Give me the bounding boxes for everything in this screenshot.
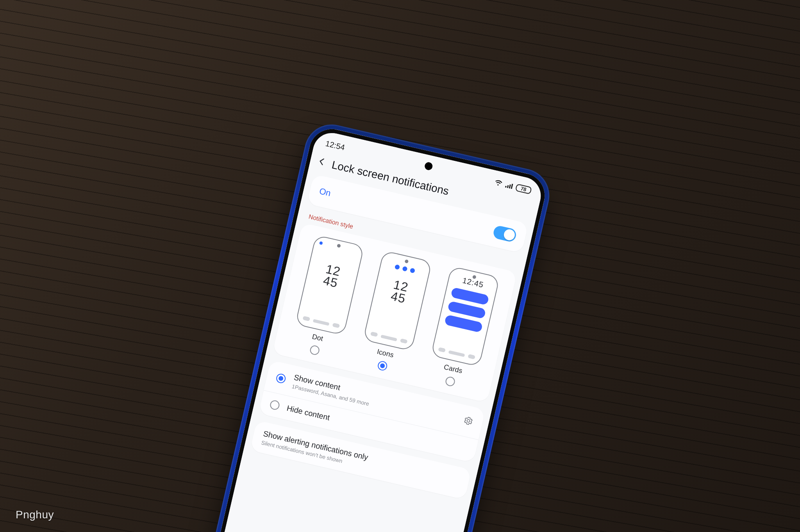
svg-rect-1 — [507, 185, 509, 188]
phone-frame: 12:54 — [195, 119, 555, 532]
cards-indicators — [444, 287, 489, 333]
svg-rect-0 — [505, 186, 507, 188]
svg-rect-3 — [511, 184, 513, 189]
style-option-dot[interactable]: 12 45 Dot — [285, 234, 369, 361]
radio-show-content[interactable] — [275, 373, 287, 384]
icons-indicators — [395, 264, 415, 273]
style-preview-icons: 12 45 — [363, 250, 432, 351]
preview-clock-mm: 45 — [389, 289, 407, 306]
back-chevron-icon[interactable] — [315, 155, 328, 169]
style-preview-dot: 12 45 — [295, 235, 364, 336]
signal-icon — [505, 181, 514, 189]
gear-icon[interactable] — [462, 415, 474, 428]
radio-style-cards[interactable] — [445, 376, 456, 387]
style-option-icons[interactable]: 12 45 Icons — [353, 249, 436, 377]
phone-screen: 12:54 — [205, 129, 545, 532]
style-preview-cards: 12:45 — [430, 266, 500, 367]
radio-hide-content[interactable] — [269, 399, 280, 411]
wifi-icon — [494, 179, 503, 187]
dot-indicator-icon — [319, 241, 323, 245]
photographer-watermark: Pnghuy — [16, 509, 54, 521]
radio-style-icons[interactable] — [377, 360, 388, 372]
style-label-cards: Cards — [443, 363, 463, 375]
style-label-dot: Dot — [311, 333, 324, 343]
style-label-icons: Icons — [376, 347, 395, 359]
status-clock: 12:54 — [325, 139, 346, 152]
svg-rect-2 — [509, 185, 511, 189]
radio-style-dot[interactable] — [309, 345, 320, 356]
battery-level-icon: 78 — [515, 183, 532, 194]
master-toggle-label: On — [318, 186, 332, 199]
toggle-knob — [503, 228, 516, 242]
preview-clock-mm: 45 — [322, 273, 339, 290]
preview-clock-hhmm: 12:45 — [462, 276, 485, 289]
master-toggle[interactable] — [492, 225, 517, 243]
style-option-cards[interactable]: 12:45 Cards — [421, 265, 504, 393]
